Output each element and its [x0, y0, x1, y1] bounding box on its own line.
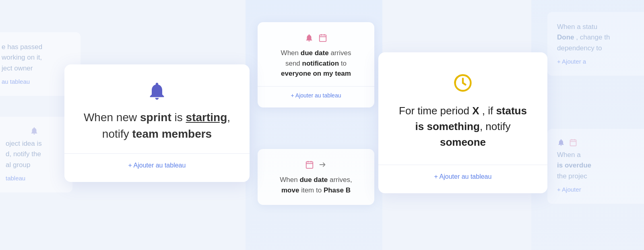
clock-icon: [452, 72, 473, 93]
notify-bell-icon: [305, 33, 314, 42]
card-divider: [64, 153, 250, 154]
clock-icon-container: [394, 72, 531, 93]
time-period-text: For time period X , if status is somethi…: [394, 103, 531, 150]
icons-row: [267, 33, 365, 42]
svg-rect-8: [306, 162, 313, 169]
add-to-board-time-button[interactable]: + Ajouter au tableau: [394, 173, 531, 180]
add-to-board-button[interactable]: + Ajouter au tableau: [80, 162, 233, 169]
move-calendar-icon: [305, 160, 314, 169]
ghost-left-top-text: e has passed working on it, ject owner a…: [2, 42, 71, 86]
bell-icon: [147, 81, 167, 101]
time-period-divider: [378, 165, 547, 165]
time-period-card: For time period X , if status is somethi…: [378, 52, 547, 193]
due-date-notify-text: When due date arrives send notification …: [267, 48, 365, 79]
ghost-left-bottom-text: oject idea is d, notify the al group tab…: [6, 138, 63, 183]
add-to-board-notify-button[interactable]: + Ajouter au tableau: [267, 92, 365, 99]
move-icons-row: [267, 160, 365, 169]
sprint-card-text: When new sprint is starting, notify team…: [80, 110, 233, 142]
arrow-right-icon: [318, 160, 327, 169]
ghost-bell-icon: [30, 126, 39, 135]
sprint-notification-card: When new sprint is starting, notify team…: [64, 64, 250, 182]
due-date-move-text: When due date arrives, move item to Phas…: [267, 175, 365, 195]
card-divider-sm: [258, 86, 374, 87]
ghost-card-left-bottom: oject idea is d, notify the al group tab…: [0, 117, 72, 192]
bell-icon-container: [80, 81, 233, 101]
due-date-move-card: When due date arrives, move item to Phas…: [258, 149, 374, 205]
notify-calendar-icon: [318, 33, 327, 42]
svg-rect-4: [320, 35, 326, 42]
due-date-notify-card: When due date arrives send notification …: [258, 22, 374, 107]
